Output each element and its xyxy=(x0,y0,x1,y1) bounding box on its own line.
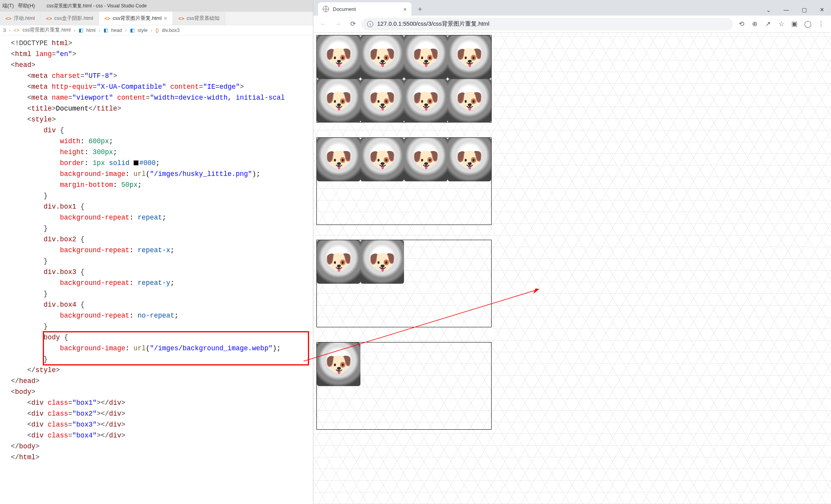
zoom-icon[interactable]: ⊕ xyxy=(748,18,761,30)
breadcrumb-item[interactable]: html xyxy=(86,28,96,33)
editor-tab-active[interactable]: <>css背景图片重复.html× xyxy=(99,12,173,25)
minimize-button[interactable]: — xyxy=(777,4,795,16)
maximize-button[interactable]: ▢ xyxy=(795,4,813,16)
chrome-toolbar: ← → ⟳ i 127.0.0.1:5500/css/3/css背景图片重复.h… xyxy=(313,16,831,33)
translate-icon[interactable]: ⟲ xyxy=(735,18,748,30)
editor-tabs: <>浮动.html <>css盒子阴影.html <>css背景图片重复.htm… xyxy=(0,12,313,25)
color-swatch-icon xyxy=(134,160,139,165)
chevron-down-icon[interactable]: ⌄ xyxy=(759,4,777,16)
vscode-menubar: 端(T) 帮助(H) css背景图片重复.html - css - Visual… xyxy=(0,0,313,12)
annotation-highlight: body { background-image: url("/imges/bac… xyxy=(44,332,308,365)
window-title: css背景图片重复.html - css - Visual Studio Cod… xyxy=(47,3,147,9)
code-editor[interactable]: <!DOCTYPE html> <html lang="en"> <head> … xyxy=(0,35,313,463)
globe-icon xyxy=(323,6,329,12)
page-body xyxy=(313,33,831,504)
html-file-icon: <> xyxy=(14,28,19,33)
browser-tab[interactable]: Document × xyxy=(318,2,411,16)
demo-box-repeat xyxy=(316,35,492,123)
address-bar[interactable]: i 127.0.0.1:5500/css/3/css背景图片重复.html xyxy=(362,18,733,30)
html-file-icon: <> xyxy=(178,16,184,21)
reload-button[interactable]: ⟳ xyxy=(347,18,359,30)
tab-label: css背景基础知 xyxy=(186,15,220,22)
chevron-right-icon: › xyxy=(74,28,76,33)
chevron-right-icon: › xyxy=(125,28,126,33)
editor-tab[interactable]: <>css背景基础知 xyxy=(173,12,225,25)
new-tab-button[interactable]: + xyxy=(415,4,425,15)
tab-label: css背景图片重复.html xyxy=(112,15,162,22)
chevron-right-icon: › xyxy=(151,28,152,33)
chrome-titlebar: Document × + ⌄ — ▢ ✕ xyxy=(313,0,831,16)
window-controls: ⌄ — ▢ ✕ xyxy=(759,4,831,16)
vscode-window: 端(T) 帮助(H) css背景图片重复.html - css - Visual… xyxy=(0,0,313,504)
site-info-icon[interactable]: i xyxy=(367,21,373,27)
breadcrumb-item[interactable]: css背景图片重复.html xyxy=(23,27,71,33)
breadcrumb-item[interactable]: div.box3 xyxy=(162,28,180,33)
symbol-icon: {} xyxy=(155,28,158,33)
chevron-right-icon: › xyxy=(9,28,11,33)
symbol-icon: ◧ xyxy=(130,27,135,33)
tab-label: css盒子阴影.html xyxy=(54,15,93,22)
back-button[interactable]: ← xyxy=(317,18,330,30)
menu-help[interactable]: 帮助(H) xyxy=(18,2,35,9)
symbol-icon: ◧ xyxy=(79,27,83,33)
editor-tab[interactable]: <>css盒子阴影.html xyxy=(40,12,99,25)
chrome-window: Document × + ⌄ — ▢ ✕ ← → ⟳ i 127.0.0.1:5… xyxy=(313,0,831,504)
close-icon[interactable]: × xyxy=(164,15,167,21)
browser-viewport[interactable] xyxy=(313,33,831,504)
share-icon[interactable]: ↗ xyxy=(762,18,774,30)
html-file-icon: <> xyxy=(5,16,11,21)
demo-box-repeat-x xyxy=(316,137,492,225)
side-panel-icon[interactable]: ▣ xyxy=(788,18,801,30)
breadcrumb-item[interactable]: style xyxy=(138,28,148,33)
breadcrumb-item[interactable]: head xyxy=(111,28,122,33)
forward-button[interactable]: → xyxy=(332,18,344,30)
chrome-tabstrip: Document × + xyxy=(313,2,759,16)
menu-icon[interactable]: ⋮ xyxy=(815,18,827,30)
tab-title: Document xyxy=(333,6,356,12)
html-file-icon: <> xyxy=(46,16,52,21)
demo-box-no-repeat xyxy=(316,342,492,430)
menu-terminal[interactable]: 端(T) xyxy=(2,2,14,9)
profile-icon[interactable]: ◯ xyxy=(801,18,814,30)
demo-box-repeat-y xyxy=(316,240,492,327)
tab-label: 浮动.html xyxy=(14,15,35,22)
bookmark-icon[interactable]: ☆ xyxy=(775,18,787,30)
chevron-right-icon: › xyxy=(98,28,100,33)
close-icon[interactable]: × xyxy=(403,6,407,12)
url-text: 127.0.0.1:5500/css/3/css背景图片重复.html xyxy=(377,20,489,28)
symbol-icon: ◧ xyxy=(104,27,108,33)
close-button[interactable]: ✕ xyxy=(813,4,831,16)
breadcrumb-item[interactable]: 3 xyxy=(3,28,6,33)
editor-tab[interactable]: <>浮动.html xyxy=(0,12,40,25)
html-file-icon: <> xyxy=(104,16,110,21)
breadcrumb: 3› <>css背景图片重复.html› ◧html› ◧head› ◧styl… xyxy=(0,25,313,35)
